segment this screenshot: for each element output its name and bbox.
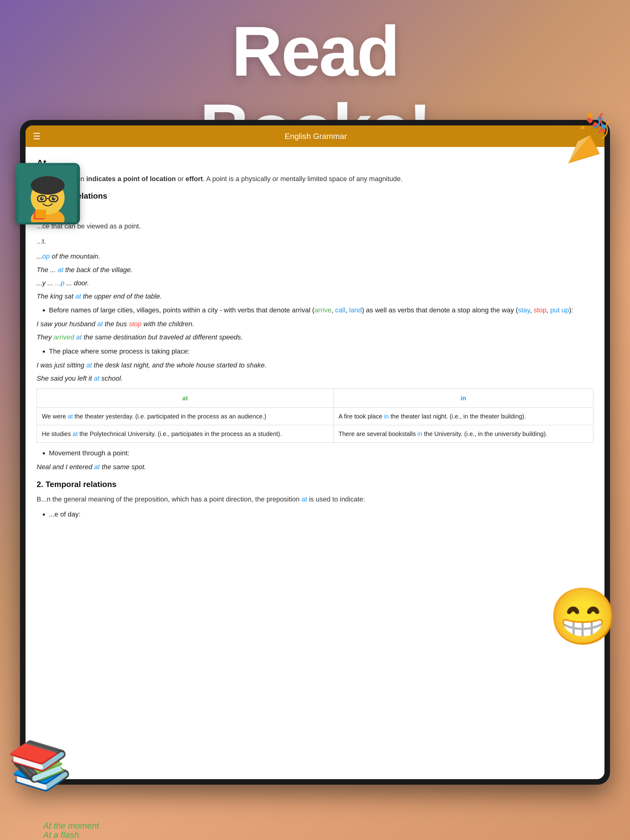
- content-area[interactable]: At This preposition indicates a point of…: [25, 147, 605, 779]
- table-header-at: at: [37, 389, 334, 408]
- hero-line1: Read: [0, 12, 630, 90]
- main-heading: At: [36, 156, 594, 171]
- svg-rect-4: [586, 117, 593, 123]
- intro-paragraph: This preposition indicates a point of lo…: [36, 174, 594, 184]
- tablet-device: ☰ English Grammar At This preposition in…: [20, 120, 610, 785]
- svg-point-19: [54, 197, 55, 199]
- tablet-screen: ☰ English Grammar At This preposition in…: [25, 125, 605, 779]
- bold-effort: effort: [185, 175, 203, 183]
- table-header-in: in: [334, 389, 593, 408]
- menu-icon[interactable]: ☰: [33, 131, 41, 141]
- sentence-school: She said you left it at school.: [36, 373, 594, 384]
- comparison-table: at in We were at the theater yesterday. …: [36, 388, 594, 443]
- section2-title: 2. Temporal relations: [36, 478, 594, 491]
- placeholder-text3: ...t.: [36, 236, 594, 246]
- svg-rect-21: [35, 210, 46, 218]
- bullet-item-1: Before names of large cities, villages, …: [49, 305, 594, 316]
- placeholder-text1: ...d:: [36, 206, 594, 216]
- sentence-village: The ... at the back of the village.: [36, 264, 594, 275]
- svg-point-12: [31, 176, 65, 195]
- happy-emoji: 😁: [548, 584, 618, 649]
- svg-rect-5: [581, 126, 585, 130]
- sentence-mountain: ...op of the mountain.: [36, 251, 594, 262]
- bold-phrase: indicates a point of location: [86, 175, 176, 183]
- svg-point-17: [52, 197, 55, 201]
- sentence-door: ...y ... ...p ... door.: [36, 278, 594, 288]
- sentence-table: The king sat at the upper end of the tab…: [36, 291, 594, 302]
- table-row-2: He studies at the Polytechnical Universi…: [37, 425, 594, 443]
- books-stack-decoration: 📚: [5, 731, 75, 799]
- bottom-label-1: At the moment: [43, 821, 99, 831]
- confetti-decoration: [550, 111, 611, 172]
- table-cell-2-at: He studies at the Polytechnical Universi…: [37, 425, 334, 443]
- bottom-label-2: At a flash.: [43, 830, 82, 840]
- svg-point-16: [40, 197, 44, 201]
- table-cell-2-in: There are several bookstalls in the Univ…: [334, 425, 593, 443]
- placeholder-text2: ...ce that can be viewed as a point.: [36, 221, 594, 232]
- bullet-item-3: Movement through a point:: [49, 448, 594, 458]
- table-cell-1-at: We were at the theater yesterday. (i.e. …: [37, 408, 334, 425]
- app-bar: ☰ English Grammar: [25, 125, 605, 147]
- bullet-item-4: ...e of day:: [49, 509, 594, 519]
- app-title-label: English Grammar: [47, 132, 585, 141]
- character-avatar: [15, 163, 80, 224]
- section1-title: 1. Spatial relations: [36, 190, 594, 203]
- section2-intro: B...n the general meaning of the preposi…: [36, 494, 594, 505]
- sentence-desk: I was just sitting at the desk last nigh…: [36, 360, 594, 371]
- bullet-item-2: The place where some process is taking p…: [49, 346, 594, 357]
- table-cell-1-in: A fire took place in the theater last ni…: [334, 408, 593, 425]
- sentence-husband: I saw your husband at the bus stop with …: [36, 319, 594, 329]
- table-row-1: We were at the theater yesterday. (i.e. …: [37, 408, 594, 425]
- sentence-neal: Neal and I entered at the same spot.: [36, 461, 594, 472]
- sentence-arrived: They arrived at the same destination but…: [36, 332, 594, 343]
- svg-point-6: [587, 113, 592, 118]
- svg-point-18: [42, 197, 43, 199]
